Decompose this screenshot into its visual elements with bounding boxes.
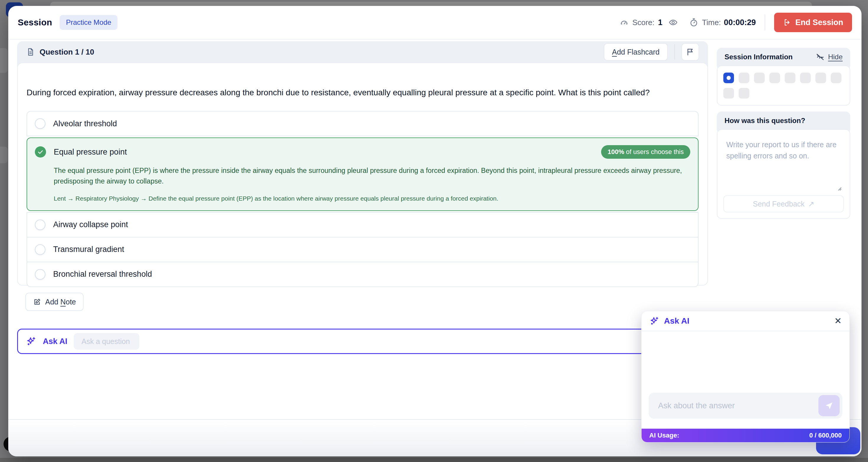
add-note-pre: Add <box>45 298 60 306</box>
answer-option-label: Airway collapse point <box>53 220 128 229</box>
feedback-card: Send Feedback ↗ <box>717 129 850 219</box>
score-value: 1 <box>658 18 662 27</box>
ask-ai-popup-header: Ask AI ✕ <box>642 311 849 331</box>
time-label: Time: <box>702 18 721 27</box>
ask-ai-input-wrap <box>649 393 842 419</box>
question-grid-square[interactable] <box>831 73 841 83</box>
ask-ai-bar[interactable]: Ask AI <box>17 329 708 354</box>
resize-handle-icon[interactable] <box>836 185 842 191</box>
answer-option[interactable]: Bronchial reversal threshold <box>27 262 699 287</box>
question-grid-square[interactable] <box>723 73 734 83</box>
session-modal: Session Practice Mode Score: 1 <box>8 6 862 456</box>
ask-ai-popup-input[interactable] <box>649 393 842 419</box>
logout-icon <box>783 18 791 27</box>
end-session-label: End Session <box>795 18 843 27</box>
answer-explanation: The equal pressure point (EPP) is where … <box>54 165 690 187</box>
eye-off-icon <box>816 53 825 61</box>
background-fragment <box>0 146 8 163</box>
flag-question-button[interactable] <box>681 43 699 61</box>
hide-session-info-link[interactable]: Hide <box>816 53 843 61</box>
answer-option-label: Transmural gradient <box>53 245 124 254</box>
paper-plane-icon <box>824 401 834 410</box>
sparkle-icon <box>26 336 36 346</box>
question-grid-square[interactable] <box>739 73 749 83</box>
arrow-up-right-icon: ↗ <box>808 200 814 208</box>
check-icon <box>35 146 46 158</box>
radio-icon <box>35 118 45 129</box>
radio-icon <box>35 220 45 230</box>
question-grid-square[interactable] <box>723 88 734 99</box>
session-info-title: Session Information <box>724 53 793 61</box>
ai-usage-value: 0 / 600,000 <box>809 432 842 439</box>
background-bottom-strip <box>0 458 868 462</box>
topbar: Session Practice Mode Score: 1 <box>8 6 862 39</box>
add-flashcard-label: dd Flashcard <box>617 48 659 56</box>
add-note-shortcut-letter: N <box>60 298 66 306</box>
header-divider <box>674 44 675 60</box>
question-grid-square[interactable] <box>739 88 749 99</box>
radio-icon <box>35 269 45 280</box>
document-icon <box>26 47 35 56</box>
question-text: During forced expiration, airway pressur… <box>27 63 699 97</box>
popularity-text: of users choose this <box>624 148 684 156</box>
practice-mode-badge: Practice Mode <box>60 15 117 30</box>
close-icon[interactable]: ✕ <box>834 317 842 325</box>
feedback-title: How was this question? <box>724 117 805 125</box>
flag-icon <box>686 48 694 56</box>
radio-icon <box>35 244 45 255</box>
send-feedback-button[interactable]: Send Feedback ↗ <box>723 195 844 212</box>
question-grid-square[interactable] <box>800 73 811 83</box>
popularity-percent: 100% <box>608 148 624 156</box>
question-grid-card <box>717 65 850 106</box>
sparkle-icon <box>649 316 659 326</box>
answer-option[interactable]: Alveolar threshold <box>27 111 699 136</box>
gauge-icon <box>619 18 629 27</box>
edit-note-icon <box>33 298 41 306</box>
send-feedback-label: Send Feedback <box>753 200 805 208</box>
ask-ai-popup-title: Ask AI <box>664 316 689 326</box>
question-grid <box>717 66 850 105</box>
question-grid-square[interactable] <box>769 73 780 83</box>
add-flashcard-button[interactable]: Add Flashcard <box>604 43 668 61</box>
send-message-button[interactable] <box>818 395 840 416</box>
answer-option-correct-selected[interactable]: Equal pressure point 100% of users choos… <box>27 137 699 211</box>
answer-option[interactable]: Transmural gradient <box>27 237 699 262</box>
question-card: During forced expiration, airway pressur… <box>17 63 708 286</box>
popularity-badge: 100% of users choose this <box>601 145 690 159</box>
breadcrumb: Lent → Respiratory Physiology → Define t… <box>54 195 690 202</box>
end-session-button[interactable]: End Session <box>774 13 852 32</box>
ask-ai-popup: Ask AI ✕ AI Usage: 0 / 600,000 <box>641 311 850 442</box>
score-visibility-eye-icon[interactable] <box>669 18 678 27</box>
background-fragment <box>0 48 8 73</box>
topbar-divider <box>765 14 765 30</box>
feedback-panel: How was this question? Send Feedback ↗ <box>717 111 850 219</box>
stopwatch-icon <box>689 18 699 27</box>
ask-ai-label: Ask AI <box>43 337 67 346</box>
ask-ai-input[interactable] <box>74 333 140 350</box>
feedback-textarea[interactable] <box>723 136 844 192</box>
add-note-rest: ote <box>66 298 76 306</box>
answer-option-label: Alveolar threshold <box>53 119 117 128</box>
session-info-panel: Session Information Hide <box>717 48 850 106</box>
question-grid-square[interactable] <box>785 73 795 83</box>
add-note-button[interactable]: Add Note <box>25 293 84 311</box>
add-note-label: Add Note <box>45 298 76 306</box>
ai-usage-label: AI Usage: <box>649 432 679 439</box>
score-label: Score: <box>632 18 655 27</box>
question-grid-square[interactable] <box>754 73 765 83</box>
current-question-dot <box>726 76 731 80</box>
answer-option-label: Bronchial reversal threshold <box>53 270 152 279</box>
answer-option-label: Equal pressure point <box>54 147 127 157</box>
answer-option[interactable]: Airway collapse point <box>27 212 699 237</box>
screen: Session Practice Mode Score: 1 <box>0 0 868 462</box>
question-counter: Question 1 / 10 <box>39 47 94 57</box>
time-value: 00:00:29 <box>724 18 756 27</box>
add-flashcard-shortcut-letter: A <box>612 48 617 56</box>
ai-usage-bar: AI Usage: 0 / 600,000 <box>642 429 849 442</box>
answer-options: Alveolar threshold Equal pressure point … <box>27 111 699 287</box>
page-title: Session <box>18 18 52 27</box>
hide-label: Hide <box>828 53 843 61</box>
question-grid-square[interactable] <box>815 73 826 83</box>
